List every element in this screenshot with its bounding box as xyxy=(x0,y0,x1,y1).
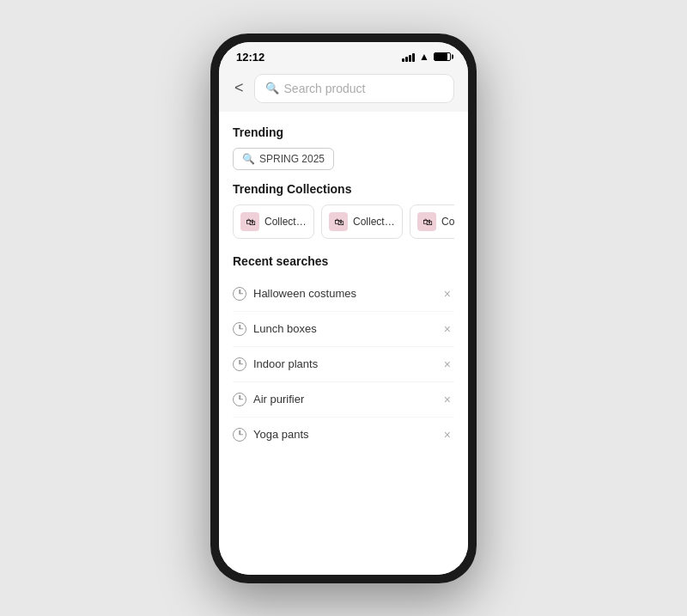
clock-icon-4 xyxy=(233,393,246,406)
collection-label-3: Collec... xyxy=(441,216,454,228)
recent-text-5: Yoga pants xyxy=(253,428,309,441)
clock-icon-5 xyxy=(233,428,246,442)
close-btn-5[interactable]: × xyxy=(441,426,454,443)
recent-text-3: Indoor plants xyxy=(253,357,318,370)
trending-tag-icon: 🔍 xyxy=(242,153,255,165)
clock-icon-2 xyxy=(233,322,246,336)
recent-item-2-left: Lunch boxes xyxy=(233,322,317,336)
search-placeholder: Search product xyxy=(284,82,366,95)
back-icon: < xyxy=(234,79,244,96)
search-bar[interactable]: 🔍 Search product xyxy=(254,74,454,103)
recent-item-1[interactable]: Halloween costumes × xyxy=(233,277,454,312)
collection-card-2[interactable]: 🛍 Collecti... xyxy=(321,204,403,239)
recent-item-5-left: Yoga pants xyxy=(233,428,309,442)
phone-screen: 12:12 ▲ < 🔍 Search produc xyxy=(219,42,468,575)
trending-tag[interactable]: 🔍 SPRING 2025 xyxy=(233,148,334,170)
collection-icon-2: 🛍 xyxy=(329,212,348,231)
close-btn-4[interactable]: × xyxy=(441,391,454,408)
recent-item-3[interactable]: Indoor plants × xyxy=(233,347,454,382)
close-btn-1[interactable]: × xyxy=(441,285,454,302)
recent-text-1: Halloween costumes xyxy=(253,287,356,300)
search-icon: 🔍 xyxy=(265,82,279,95)
collection-label-2: Collecti... xyxy=(353,216,395,228)
clock-icon-3 xyxy=(233,357,246,371)
battery-icon xyxy=(434,52,451,61)
trending-tag-label: SPRING 2025 xyxy=(259,153,325,165)
back-button[interactable]: < xyxy=(233,77,246,99)
collections-row: 🛍 Collecti... 🛍 Collecti... 🛍 Collec... xyxy=(233,204,454,239)
close-btn-2[interactable]: × xyxy=(441,320,454,338)
wifi-icon: ▲ xyxy=(419,51,429,63)
recent-item-4[interactable]: Air purifier × xyxy=(233,382,454,418)
collection-card-1[interactable]: 🛍 Collecti... xyxy=(233,204,314,239)
status-bar: 12:12 ▲ xyxy=(219,42,468,69)
collection-icon-3: 🛍 xyxy=(417,212,436,231)
recent-searches-title: Recent searches xyxy=(233,254,454,268)
collection-label-1: Collecti... xyxy=(264,216,307,228)
content-area: Trending 🔍 SPRING 2025 Trending Collecti… xyxy=(219,112,468,575)
trending-collections-title: Trending Collections xyxy=(233,182,454,196)
clock-icon-1 xyxy=(233,287,246,301)
recent-item-1-left: Halloween costumes xyxy=(233,287,356,301)
status-time: 12:12 xyxy=(236,51,264,64)
status-icons: ▲ xyxy=(402,51,451,63)
recent-item-5[interactable]: Yoga pants × xyxy=(233,418,454,452)
collection-icon-1: 🛍 xyxy=(240,212,259,231)
close-btn-3[interactable]: × xyxy=(441,356,454,373)
recent-item-2[interactable]: Lunch boxes × xyxy=(233,312,454,347)
recent-item-3-left: Indoor plants xyxy=(233,357,318,371)
recent-text-4: Air purifier xyxy=(253,393,304,406)
signal-icon xyxy=(402,52,415,62)
search-header: < 🔍 Search product xyxy=(219,69,468,112)
trending-section-title: Trending xyxy=(233,125,454,139)
phone-frame: 12:12 ▲ < 🔍 Search produc xyxy=(210,34,477,583)
recent-item-4-left: Air purifier xyxy=(233,393,304,406)
collection-card-3[interactable]: 🛍 Collec... xyxy=(410,204,454,239)
recent-text-2: Lunch boxes xyxy=(253,322,317,335)
